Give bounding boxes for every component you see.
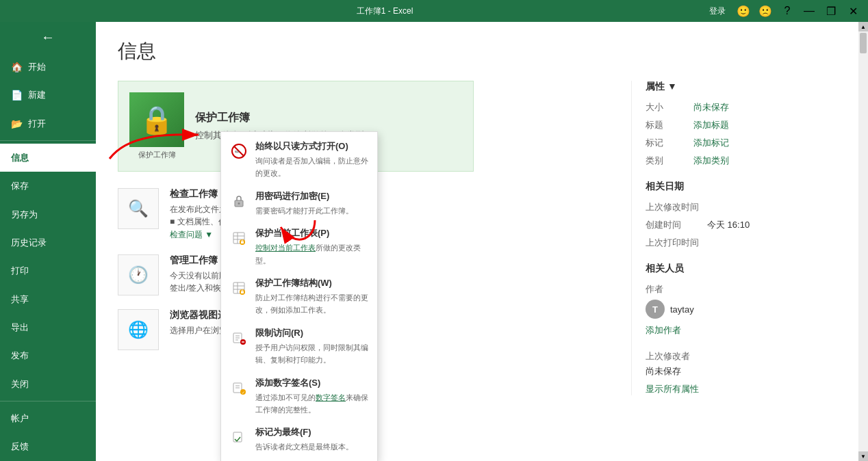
- menu-item-encrypt-desc: 需要密码才能打开此工作簿。: [255, 207, 353, 215]
- prop-author-row: 作者 T taytay 添加作者: [646, 283, 837, 337]
- menu-item-encrypt-text: 用密码进行加密(E) 需要密码才能打开此工作簿。: [255, 190, 353, 216]
- prop-size-label: 大小: [646, 101, 693, 114]
- main-layout: ← 🏠 开始 📄 新建 📂 打开 信息 保存 另存为 历史记录 打印: [0, 22, 868, 461]
- add-author-link[interactable]: 添加作者: [646, 324, 681, 337]
- encrypt-icon: [229, 192, 248, 211]
- show-all-properties-link[interactable]: 显示所有属性: [646, 383, 837, 395]
- author-avatar: T: [646, 300, 665, 319]
- scrollbar[interactable]: ▲ ▼: [858, 22, 868, 461]
- prop-category-value[interactable]: 添加类别: [693, 155, 729, 167]
- prop-last-modifier-row: 上次修改者 尚未保存: [646, 350, 837, 378]
- sidebar-label-save: 保存: [11, 180, 29, 192]
- sidebar-item-open[interactable]: 📂 打开: [0, 109, 96, 137]
- sidebar-item-new[interactable]: 📄 新建: [0, 81, 96, 109]
- menu-item-readonly[interactable]: ✏ 始终以只读方式打开(O) 询问读者是否加入编辑，防止意外的更改。: [221, 135, 377, 185]
- svg-text:✏: ✏: [235, 148, 240, 155]
- sidebar-label-info: 信息: [11, 152, 29, 164]
- prop-created-value: 今天 16:10: [707, 219, 750, 231]
- author-name: taytay: [670, 304, 694, 315]
- sidebar-label-feedback: 反馈: [11, 440, 29, 453]
- sidebar-item-share[interactable]: 共享: [0, 285, 96, 313]
- inspect-icon: 🔍: [118, 188, 159, 229]
- sidebar-item-home[interactable]: 🏠 开始: [0, 53, 96, 81]
- menu-item-restrict[interactable]: 限制访问(R) 授予用户访问权限，同时限制其编辑、复制和打印能力。: [221, 321, 377, 371]
- menu-item-signature[interactable]: ✓ 添加数字签名(S) 通过添加不可见的数字签名来确保工作簿的完整性。: [221, 371, 377, 421]
- restrict-icon: [229, 328, 248, 347]
- menu-item-encrypt-title: 用密码进行加密(E): [255, 190, 353, 202]
- sidebar: ← 🏠 开始 📄 新建 📂 打开 信息 保存 另存为 历史记录 打印: [0, 22, 96, 461]
- sidebar-item-saveas[interactable]: 另存为: [0, 200, 96, 228]
- svg-text:✓: ✓: [242, 391, 245, 395]
- help-button[interactable]: ?: [778, 3, 797, 18]
- minimize-button[interactable]: —: [800, 3, 819, 18]
- menu-item-signature-title: 添加数字签名(S): [255, 377, 369, 389]
- protect-structure-icon: [229, 278, 248, 298]
- menu-item-readonly-title: 始终以只读方式打开(O): [255, 140, 369, 153]
- menu-item-final[interactable]: 标记为最终(F) 告诉读者此文档是最终版本。: [221, 421, 377, 458]
- protect-dropdown-menu: ✏ 始终以只读方式打开(O) 询问读者是否加入编辑，防止意外的更改。: [220, 131, 378, 461]
- svg-rect-16: [241, 291, 244, 293]
- prop-modified-label: 上次修改时间: [646, 201, 707, 213]
- scroll-down-button[interactable]: ▼: [858, 451, 868, 461]
- signature-icon: ✓: [229, 378, 248, 397]
- prop-tag-row: 标记 添加标记: [646, 137, 837, 149]
- dates-title: 相关日期: [646, 181, 837, 193]
- prop-title-label: 标题: [646, 119, 693, 131]
- scroll-thumb[interactable]: [860, 33, 867, 53]
- login-label[interactable]: 登录: [709, 5, 726, 17]
- sidebar-label-close: 关闭: [11, 378, 29, 391]
- author-box: T taytay: [646, 300, 694, 319]
- sad-icon[interactable]: 🙁: [756, 3, 775, 18]
- menu-item-readonly-desc: 询问读者是否加入编辑，防止意外的更改。: [255, 157, 368, 177]
- sidebar-divider-1: [0, 140, 96, 141]
- restore-button[interactable]: ❐: [821, 3, 841, 18]
- prop-title-value[interactable]: 添加标题: [693, 119, 729, 131]
- menu-item-readonly-text: 始终以只读方式打开(O) 询问读者是否加入编辑，防止意外的更改。: [255, 140, 369, 179]
- page-title: 信息: [118, 38, 837, 64]
- smiley-icon[interactable]: 🙂: [734, 3, 753, 18]
- menu-item-signature-text: 添加数字签名(S) 通过添加不可见的数字签名来确保工作簿的完整性。: [255, 377, 369, 416]
- prop-title-row: 标题 添加标题: [646, 119, 837, 131]
- inspect-link[interactable]: 检查问题 ▼: [170, 230, 213, 239]
- sidebar-label-home: 开始: [28, 61, 46, 73]
- menu-item-protect-structure[interactable]: 保护工作簿结构(W) 防止对工作簿结构进行不需要的更改，例如添加工作表。: [221, 272, 377, 321]
- menu-item-restrict-title: 限制访问(R): [255, 327, 369, 339]
- prop-printed-row: 上次打印时间: [646, 237, 837, 249]
- back-button[interactable]: ←: [0, 22, 96, 53]
- protect-card-title: 保护工作簿: [195, 111, 373, 125]
- sidebar-label-saveas: 另存为: [11, 209, 38, 221]
- menu-item-protect-sheet[interactable]: 保护当前工作表(P) 控制对当前工作表所做的更改类型。: [221, 222, 377, 272]
- protect-sheet-icon: [229, 228, 248, 248]
- sidebar-item-feedback[interactable]: 反馈: [0, 433, 96, 461]
- prop-category-row: 类别 添加类别: [646, 155, 837, 167]
- menu-item-final-desc: 告诉读者此文档是最终版本。: [255, 443, 353, 451]
- sidebar-item-publish[interactable]: 发布: [0, 342, 96, 370]
- sidebar-item-save[interactable]: 保存: [0, 172, 96, 200]
- sidebar-item-account[interactable]: 帐户: [0, 404, 96, 432]
- prop-size-value[interactable]: 尚未保存: [693, 101, 729, 114]
- menu-item-encrypt[interactable]: 用密码进行加密(E) 需要密码才能打开此工作簿。: [221, 185, 377, 222]
- home-icon: 🏠: [11, 62, 23, 73]
- sidebar-item-info[interactable]: 信息: [0, 144, 96, 172]
- prop-created-row: 创建时间 今天 16:10: [646, 219, 837, 231]
- close-button[interactable]: ✕: [843, 3, 863, 18]
- sidebar-divider-2: [0, 401, 96, 401]
- author-initial: T: [652, 304, 658, 315]
- prop-size-row: 大小 尚未保存: [646, 101, 837, 114]
- sidebar-item-export[interactable]: 导出: [0, 313, 96, 341]
- sidebar-item-history[interactable]: 历史记录: [0, 228, 96, 256]
- menu-item-signature-desc: 通过添加不可见的数字签名来确保工作簿的完整性。: [255, 393, 368, 414]
- prop-tag-value[interactable]: 添加标记: [693, 137, 729, 149]
- menu-item-restrict-desc: 授予用户访问权限，同时限制其编辑、复制和打印能力。: [255, 343, 368, 364]
- prop-tag-label: 标记: [646, 137, 693, 149]
- people-title: 相关人员: [646, 263, 837, 275]
- sidebar-item-print[interactable]: 打印: [0, 257, 96, 285]
- prop-last-modifier-label: 上次修改者: [646, 350, 693, 363]
- menu-item-protect-sheet-title: 保护当前工作表(P): [255, 227, 369, 239]
- scroll-up-button[interactable]: ▲: [858, 22, 868, 31]
- prop-author-label: 作者: [646, 283, 693, 295]
- sidebar-label-new: 新建: [28, 89, 46, 101]
- sidebar-label-account: 帐户: [11, 412, 29, 425]
- sidebar-item-close[interactable]: 关闭: [0, 370, 96, 398]
- prop-category-label: 类别: [646, 155, 693, 167]
